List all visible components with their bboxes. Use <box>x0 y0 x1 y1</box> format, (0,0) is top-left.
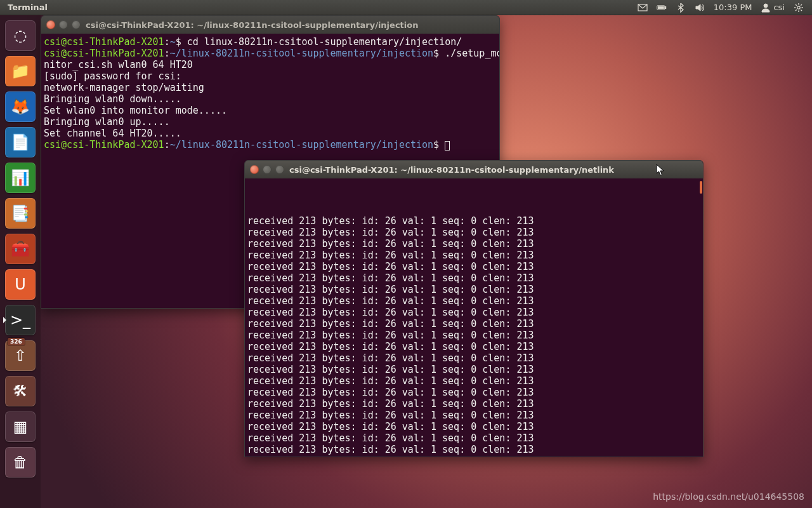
svg-line-10 <box>796 4 797 6</box>
window-title: csi@csi-ThinkPad-X201: ~/linux-80211n-cs… <box>86 20 418 30</box>
svg-line-11 <box>801 10 802 11</box>
gear-icon[interactable] <box>789 0 808 15</box>
minimize-icon[interactable] <box>263 165 272 174</box>
launcher-calc[interactable]: 📊 <box>4 161 37 194</box>
window-titlebar[interactable]: csi@csi-ThinkPad-X201: ~/linux-80211n-cs… <box>245 161 703 178</box>
launcher-software-center[interactable]: 🧰 <box>4 232 37 265</box>
svg-rect-3 <box>658 6 664 8</box>
window-titlebar[interactable]: csi@csi-ThinkPad-X201: ~/linux-80211n-cs… <box>41 16 499 34</box>
launcher-impress[interactable]: 📑 <box>4 197 37 230</box>
trash-icon: 🗑 <box>5 447 36 478</box>
bluetooth-icon[interactable] <box>671 0 690 15</box>
user-label: csi <box>773 3 785 12</box>
impress-icon: 📑 <box>5 198 36 229</box>
terminal-content[interactable]: received 213 bytes: id: 26 val: 1 seq: 0… <box>245 178 703 457</box>
terminal-window-netlink[interactable]: csi@csi-ThinkPad-X201: ~/linux-80211n-cs… <box>244 160 704 457</box>
clock[interactable]: 10:39 PM <box>709 0 757 15</box>
workspaces-icon: ▦ <box>5 411 36 442</box>
launcher-software-updater[interactable]: ⇧326 <box>4 339 37 372</box>
launcher-writer[interactable]: 📄 <box>4 126 37 159</box>
svg-line-12 <box>796 10 797 11</box>
svg-point-4 <box>764 4 768 8</box>
writer-icon: 📄 <box>5 127 36 157</box>
calc-icon: 📊 <box>5 163 36 193</box>
dash-icon: ◌ <box>5 20 36 51</box>
maximize-icon[interactable] <box>72 20 81 29</box>
battery-icon[interactable] <box>652 0 671 15</box>
close-icon[interactable] <box>250 165 259 174</box>
svg-rect-2 <box>665 6 666 8</box>
launcher-ubuntu-one[interactable]: U <box>4 268 37 301</box>
watermark-text: https://blog.csdn.net/u014645508 <box>653 491 804 502</box>
software-center-icon: 🧰 <box>5 234 36 264</box>
menu-bar: Terminal 10:39 PM csi <box>0 0 812 15</box>
settings-icon: 🛠 <box>5 376 36 406</box>
unity-launcher: ◌📁🦊📄📊📑🧰U>_⇧326🛠▦🗑 <box>0 15 41 508</box>
volume-icon[interactable] <box>690 0 709 15</box>
launcher-files[interactable]: 📁 <box>4 55 37 88</box>
svg-point-5 <box>797 6 800 8</box>
launcher-workspaces[interactable]: ▦ <box>4 410 37 443</box>
maximize-icon[interactable] <box>275 165 284 174</box>
svg-line-13 <box>801 4 802 6</box>
ubuntu-one-icon: U <box>5 269 36 300</box>
firefox-icon: 🦊 <box>5 91 36 122</box>
badge: 326 <box>8 338 25 345</box>
terminal-icon: >_ <box>5 305 36 335</box>
close-icon[interactable] <box>46 20 55 29</box>
launcher-trash[interactable]: 🗑 <box>4 446 37 479</box>
files-icon: 📁 <box>5 56 36 86</box>
scrollbar-thumb[interactable] <box>700 181 702 194</box>
launcher-terminal[interactable]: >_ <box>4 304 37 337</box>
minimize-icon[interactable] <box>59 20 68 29</box>
mail-icon[interactable] <box>633 0 652 15</box>
launcher-firefox[interactable]: 🦊 <box>4 90 37 123</box>
mouse-cursor <box>656 164 665 177</box>
window-title: csi@csi-ThinkPad-X201: ~/linux-80211n-cs… <box>289 165 614 175</box>
launcher-dash[interactable]: ◌ <box>4 19 37 52</box>
user-menu[interactable]: csi <box>756 0 789 15</box>
active-app-title[interactable]: Terminal <box>4 3 51 12</box>
launcher-settings[interactable]: 🛠 <box>4 375 37 408</box>
